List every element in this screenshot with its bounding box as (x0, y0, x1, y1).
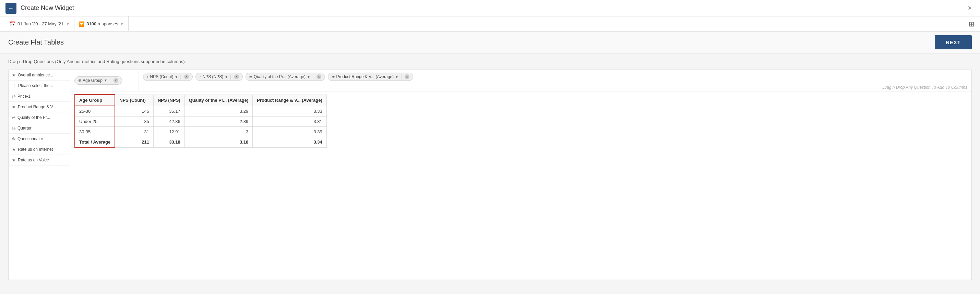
cell-age-group: Under 25 (75, 116, 115, 127)
table-row: 25-30 145 35.17 3.29 3.33 (75, 106, 326, 116)
sidebar-item-label: Quarter (18, 126, 32, 130)
nps-count-chip-icon: ↑ (147, 75, 149, 79)
quality-chip-arrow: ▼ (307, 75, 310, 79)
cell-nps-nps: 12.91 (153, 127, 185, 137)
cell-quality-avg: 3 (185, 127, 253, 137)
product-range-chip-arrow: ▼ (395, 75, 398, 79)
sidebar-item-icon: ★ (12, 147, 16, 152)
responses-text: responses (98, 21, 118, 26)
cell-nps-count: 31 (115, 127, 153, 137)
date-chevron-icon: ▼ (65, 21, 70, 26)
nps-nps-chip-arrow: ▼ (224, 75, 228, 79)
sidebar-item-quarter[interactable]: ◎ Quarter (9, 123, 70, 133)
date-range-filter[interactable]: 📅 01 Jun '20 - 27 May '21 ▼ (5, 16, 75, 31)
cell-age-group: 25-30 (75, 106, 115, 116)
table-total-row: Total / Average 211 33.18 3.18 3.34 (75, 137, 326, 148)
sidebar-item-icon: ◎ (12, 126, 16, 130)
cell-quality-avg: 2.89 (185, 116, 253, 127)
sidebar-item-icon: ⊕ (12, 137, 16, 141)
content-area: ⊕ Age Group ▼ | ✕ ↑ NPS (Count) ▼ | ✕ (70, 70, 972, 280)
nps-count-chip-close[interactable]: ✕ (184, 75, 189, 79)
quality-chip-label: Quality of the Pr... (Average) (254, 75, 305, 79)
date-range-label: 01 Jun '20 - 27 May '21 (18, 21, 64, 26)
sidebar-item-icon: ⋮ (12, 83, 16, 88)
sidebar-item-please-select[interactable]: ⋮ Please select the... (9, 81, 70, 91)
sidebar-item-label: Quality of the Pr... (18, 115, 50, 120)
age-group-chip-icon: ⊕ (78, 78, 81, 83)
responses-count: 3100 (86, 21, 96, 26)
col-nps-nps: NPS (NPS) (153, 95, 185, 106)
sidebar-item-label: Overall ambience ... (18, 73, 54, 78)
sidebar-item-quality-of-pr[interactable]: ⇌ Quality of the Pr... (9, 113, 70, 123)
back-button[interactable]: ← (5, 3, 16, 14)
main-content: ★ Overall ambience ... ⋮ Please select t… (0, 70, 980, 288)
cell-product-avg: 3.39 (253, 127, 326, 137)
cell-quality-avg: 3.29 (185, 106, 253, 116)
responses-icon: 🔽 (78, 21, 84, 27)
age-group-chip-close[interactable]: ✕ (113, 78, 118, 83)
questions-sidebar: ★ Overall ambience ... ⋮ Please select t… (8, 70, 70, 280)
cell-total-nps-count: 211 (115, 137, 153, 148)
nps-nps-chip-label: NPS (NPS) (203, 75, 224, 79)
nps-count-chip-label: NPS (Count) (150, 75, 173, 79)
sidebar-item-label: Please select the... (18, 83, 53, 88)
page-header: Create Flat Tables NEXT (0, 32, 980, 54)
sidebar-item-product-range[interactable]: ★ Product Range & V... (9, 102, 70, 113)
sidebar-item-overall-ambience[interactable]: ★ Overall ambience ... (9, 70, 70, 81)
table-header: Age Group NPS (Count) ↑ NPS (NPS) Qualit… (75, 95, 326, 106)
drop-hint: Drag n Drop Any Question To Add To Colum… (139, 84, 971, 91)
table-body: 25-30 145 35.17 3.29 3.33 Under 25 35 42… (75, 106, 326, 147)
age-group-chip[interactable]: ⊕ Age Group ▼ | ✕ (75, 76, 122, 85)
product-range-chip[interactable]: ★ Product Range & V... (Average) ▼ | ✕ (328, 73, 413, 81)
sidebar-item-label: Price-1 (18, 94, 30, 99)
table-row: Under 25 35 42.86 2.89 3.31 (75, 116, 326, 127)
data-table: Age Group NPS (Count) ↑ NPS (NPS) Qualit… (75, 94, 327, 148)
product-range-chip-icon: ★ (332, 75, 335, 79)
col-nps-count[interactable]: NPS (Count) ↑ (115, 95, 153, 106)
col-quality-avg: Quality of the Pr... (Average) (185, 95, 253, 106)
sidebar-item-rate-us-voice[interactable]: ★ Rate us on Voice (9, 155, 70, 165)
sidebar-item-icon: ★ (12, 73, 16, 78)
col-age-group: Age Group (75, 95, 115, 106)
sidebar-item-icon: ◎ (12, 94, 16, 99)
nps-nps-chip-icon: ↑ (199, 75, 201, 79)
cell-nps-count: 35 (115, 116, 153, 127)
quality-chip-close[interactable]: ✕ (317, 75, 321, 79)
nps-count-chip[interactable]: ↑ NPS (Count) ▼ | ✕ (143, 73, 193, 81)
row-chips-area: ⊕ Age Group ▼ | ✕ (70, 70, 139, 91)
cell-product-avg: 3.31 (253, 116, 326, 127)
responses-chevron-icon: ▼ (120, 21, 124, 26)
cell-age-group: 30-35 (75, 127, 115, 137)
sidebar-item-icon: ★ (12, 105, 16, 109)
product-range-chip-close[interactable]: ✕ (405, 75, 409, 79)
col-product-avg: Product Range & V... (Average) (253, 95, 326, 106)
cell-total-quality-avg: 3.18 (185, 137, 253, 148)
close-button[interactable]: × (965, 3, 975, 13)
quality-chip[interactable]: ⇌ Quality of the Pr... (Average) ▼ | ✕ (245, 73, 325, 81)
cell-nps-nps: 42.86 (153, 116, 185, 127)
header: ← Create New Widget × (0, 0, 980, 16)
cell-nps-count: 145 (115, 106, 153, 116)
close-icon: × (968, 4, 972, 12)
sidebar-item-label: Questionnaire (18, 137, 43, 141)
nps-nps-chip[interactable]: ↑ NPS (NPS) ▼ | ✕ (196, 73, 243, 81)
nps-nps-chip-close[interactable]: ✕ (234, 75, 239, 79)
cell-total-nps-nps: 33.18 (153, 137, 185, 148)
responses-filter[interactable]: 🔽 3100 responses ▼ (75, 16, 128, 31)
instruction-text: Drag n Drop Questions (Only Anchor metri… (0, 54, 980, 70)
sidebar-item-icon: ★ (12, 157, 16, 162)
quality-chip-icon: ⇌ (249, 75, 252, 79)
back-icon: ← (8, 5, 14, 11)
sidebar-item-rate-us-internet[interactable]: ★ Rate us on Internet (9, 144, 70, 155)
filter-right: ⊞ (969, 20, 975, 28)
filter-bar: 📅 01 Jun '20 - 27 May '21 ▼ 🔽 3100 respo… (0, 16, 980, 32)
cell-product-avg: 3.33 (253, 106, 326, 116)
product-range-chip-label: Product Range & V... (Average) (336, 75, 394, 79)
page-title: Create Flat Tables (8, 38, 935, 46)
nps-count-chip-arrow: ▼ (175, 75, 178, 79)
sidebar-item-questionnaire[interactable]: ⊕ Questionnaire (9, 133, 70, 144)
sidebar-item-price-1[interactable]: ◎ Price-1 (9, 91, 70, 102)
layers-button[interactable]: ⊞ (969, 20, 975, 28)
next-button[interactable]: NEXT (935, 35, 972, 49)
sidebar-item-label: Rate us on Voice (18, 157, 49, 162)
